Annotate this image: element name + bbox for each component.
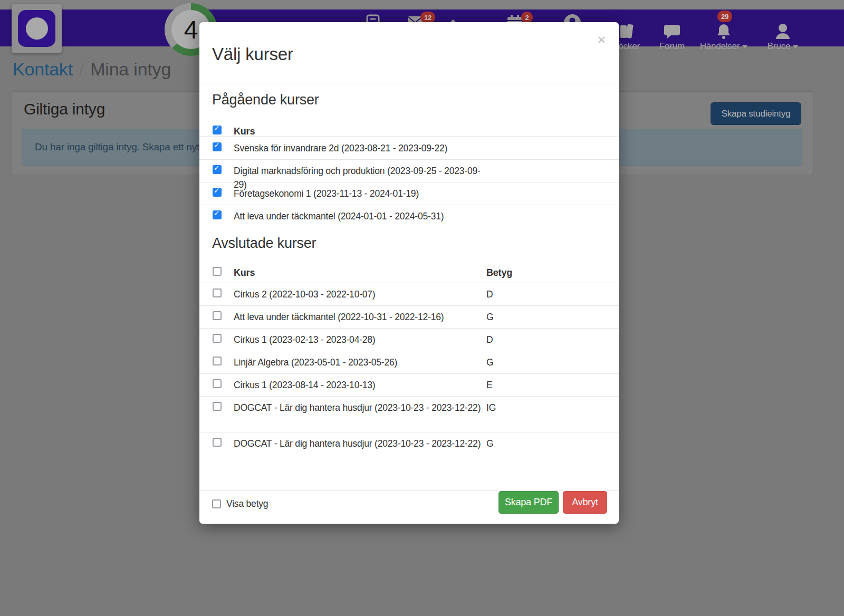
- logo-circle-icon: [26, 17, 48, 40]
- course-checkbox[interactable]: [213, 188, 222, 197]
- table-row: Linjär Algebra (2023-05-01 - 2023-05-26)…: [199, 351, 619, 374]
- skapa-pdf-button[interactable]: Skapa PDF: [498, 491, 559, 514]
- finished-table: Kurs Betyg Cirkus 2 (2022-10-03 - 2022-1…: [199, 262, 619, 468]
- finished-header-row: Kurs Betyg: [199, 262, 619, 283]
- course-checkbox[interactable]: [213, 311, 222, 320]
- table-row: Svenska för invandrare 2d (2023-08-21 - …: [199, 137, 619, 160]
- select-all-finished-checkbox[interactable]: [213, 267, 222, 276]
- course-label: Cirkus 2 (2022-10-03 - 2022-10-07): [234, 287, 482, 301]
- calendar-badge: 2: [521, 12, 533, 23]
- user-icon: [762, 22, 804, 39]
- course-checkbox[interactable]: [213, 334, 222, 343]
- column-kurs: Kurs: [234, 124, 482, 138]
- course-checkbox[interactable]: [213, 142, 222, 151]
- ongoing-heading: Pågående kurser: [212, 92, 319, 108]
- table-row: Cirkus 2 (2022-10-03 - 2022-10-07) D: [199, 283, 619, 306]
- card-title: Giltiga intyg: [24, 100, 105, 118]
- table-row: Att leva under täckmantel (2024-01-01 - …: [199, 205, 619, 228]
- finished-heading: Avslutade kurser: [212, 235, 316, 252]
- table-row: DOGCAT - Lär dig hantera husdjur (2023-1…: [199, 432, 619, 468]
- breadcrumb-current: Mina intyg: [90, 59, 171, 79]
- course-checkbox[interactable]: [213, 165, 222, 174]
- table-row: Att leva under täckmantel (2022-10-31 - …: [199, 306, 619, 329]
- breadcrumb: Kontakt/Mina intyg: [13, 59, 171, 80]
- table-row: Cirkus 1 (2023-02-13 - 2023-04-28) D: [199, 329, 619, 351]
- column-kurs: Kurs: [234, 266, 482, 280]
- table-row: DOGCAT - Lär dig hantera husdjur (2023-1…: [199, 397, 619, 432]
- course-checkbox[interactable]: [213, 288, 222, 297]
- grade-value: G: [486, 437, 493, 450]
- screen: 12 2 Böcker Forum Händelser: [0, 0, 844, 616]
- course-checkbox[interactable]: [213, 402, 222, 411]
- grade-value: G: [486, 355, 493, 369]
- ongoing-table: Kurs Svenska för invandrare 2d (2023-08-…: [199, 120, 619, 228]
- course-label: Cirkus 1 (2023-02-13 - 2023-04-28): [234, 333, 482, 346]
- visa-betyg-label: Visa betyg: [226, 498, 268, 509]
- grade-value: G: [486, 310, 493, 324]
- grade-value: D: [486, 287, 493, 301]
- table-row: Företagsekonomi 1 (2023-11-13 - 2024-01-…: [199, 182, 619, 205]
- grade-value: D: [486, 333, 493, 346]
- course-checkbox[interactable]: [213, 210, 222, 219]
- nav-item-events[interactable]: Händelser: [697, 22, 750, 53]
- table-row: Digital marknadsföring och produktion (2…: [199, 160, 619, 182]
- header-divider: [199, 83, 619, 83]
- course-label: Svenska för invandrare 2d (2023-08-21 - …: [234, 141, 482, 155]
- course-label: DOGCAT - Lär dig hantera husdjur (2023-1…: [234, 401, 482, 415]
- nav-label-forum: Forum: [654, 41, 690, 52]
- events-badge: 29: [717, 11, 732, 22]
- modal-title: Välj kurser: [212, 44, 293, 64]
- course-label: Att leva under täckmantel (2022-10-31 - …: [234, 310, 482, 324]
- caret-down-icon: [793, 45, 798, 48]
- column-betyg: Betyg: [486, 266, 512, 280]
- course-label: DOGCAT - Lär dig hantera husdjur (2023-1…: [234, 437, 482, 450]
- bell-icon: [697, 22, 750, 39]
- breadcrumb-link-kontakt[interactable]: Kontakt: [13, 59, 73, 79]
- course-label: Företagsekonomi 1 (2023-11-13 - 2024-01-…: [234, 187, 482, 200]
- messages-badge: 12: [420, 12, 435, 23]
- course-checkbox[interactable]: [213, 357, 222, 365]
- nav-item-user[interactable]: Bruce: [762, 22, 804, 53]
- nav-label-user: Bruce: [768, 41, 790, 51]
- course-label: Linjär Algebra (2023-05-01 - 2023-05-26): [234, 355, 482, 369]
- select-all-ongoing-checkbox[interactable]: [213, 126, 222, 134]
- app-logo[interactable]: [12, 4, 62, 53]
- course-checkbox[interactable]: [213, 379, 222, 388]
- top-strip: [0, 0, 844, 9]
- nav-label-events: Händelser: [700, 41, 740, 51]
- ongoing-header-row: Kurs: [199, 120, 619, 137]
- grade-value: IG: [486, 401, 496, 415]
- visa-betyg-checkbox[interactable]: [212, 499, 221, 508]
- table-row: Cirkus 1 (2023-08-14 - 2023-10-13) E: [199, 374, 619, 397]
- visa-betyg-control: Visa betyg: [212, 498, 268, 509]
- course-label: Att leva under täckmantel (2024-01-01 - …: [234, 209, 482, 223]
- grade-value: E: [486, 378, 492, 392]
- avbryt-button[interactable]: Avbryt: [563, 491, 607, 514]
- nav-item-forum[interactable]: Forum: [654, 22, 690, 53]
- breadcrumb-separator: /: [73, 59, 90, 79]
- course-label: Cirkus 1 (2023-08-14 - 2023-10-13): [234, 378, 482, 392]
- logo-square: [18, 10, 55, 47]
- chat-bubble-icon: [654, 22, 690, 39]
- close-icon[interactable]: ✕: [597, 34, 606, 46]
- skapa-studieintyg-button[interactable]: Skapa studieintyg: [711, 102, 801, 125]
- valj-kurser-modal: ✕ Välj kurser Pågående kurser Kurs Svens…: [199, 22, 619, 524]
- course-checkbox[interactable]: [213, 438, 222, 447]
- caret-down-icon: [742, 45, 747, 48]
